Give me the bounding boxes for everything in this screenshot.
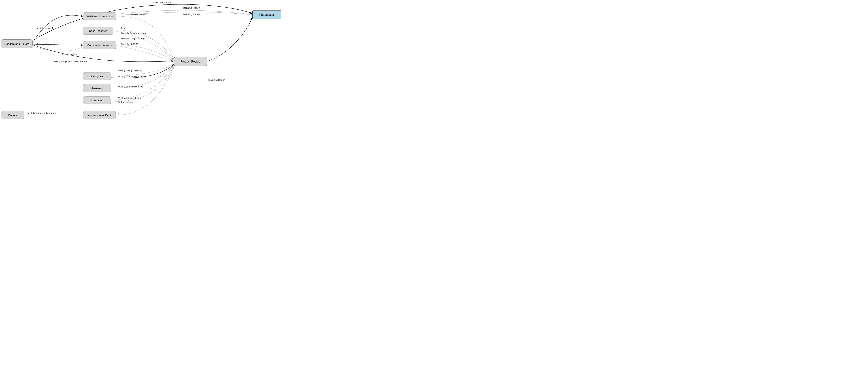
product-people-label: Product People: [181, 60, 200, 63]
designers-node: Designers: [83, 72, 111, 80]
donors-label: Donors: [8, 114, 17, 117]
research-node: Research: [83, 84, 111, 92]
donors-node: Donors: [1, 111, 24, 119]
executives-node: Executives: [83, 96, 111, 104]
designers-label: Designers: [91, 75, 103, 78]
executives-label: Executives: [91, 99, 104, 102]
readers-and-editors-node: Readers and Editors: [1, 39, 33, 48]
wmf-community-node: WMF and Community: [83, 12, 116, 20]
user-research-label: User Research: [89, 29, 107, 32]
advancement-dept-node: Advancement Dept: [83, 111, 116, 119]
community-liaisons-node: Community Liaisons: [83, 41, 116, 49]
phabricator-node: Phabricator: [252, 10, 281, 19]
phabricator-label: Phabricator: [259, 13, 274, 16]
advancement-label: Advancement Dept: [88, 114, 111, 117]
research-label: Research: [91, 87, 103, 90]
readers-and-editors-label: Readers and Editors: [4, 42, 29, 45]
user-research-node: User Research: [83, 27, 113, 35]
community-liaisons-label: Community Liaisons: [87, 44, 112, 47]
wmf-label: WMF and Community: [87, 15, 113, 18]
product-people-node: Product People: [174, 57, 207, 66]
